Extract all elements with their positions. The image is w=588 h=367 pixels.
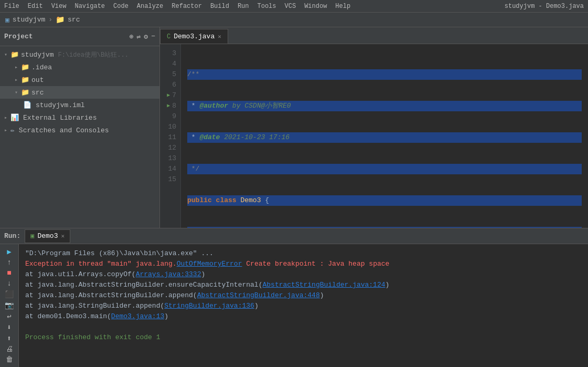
output-stacktrace-3-prefix: at java.lang.AbstractStringBuilder.appen… [25,291,197,299]
output-line-2: Exception in thread "main" java.lang.Out… [25,259,582,269]
menu-file[interactable]: File [4,3,19,10]
tree-label-idea: .idea [31,64,52,71]
tree-item-scratches[interactable]: ▸ ✏ Scratches and Consoles [0,124,159,137]
down-button[interactable]: ↓ [2,279,17,288]
tab-demo3-close[interactable]: ✕ [218,33,221,40]
print-button[interactable]: 🖨 [2,345,17,353]
code-line-4: * @author by CSDN@小智RE0 [187,101,582,111]
expand-arrow-extlibs: ▸ [4,114,7,121]
tree-item-iml[interactable]: 📄 studyjvm.iml [0,99,159,111]
tab-demo3-icon: C [167,33,170,40]
stop-button-red[interactable]: ■ [2,269,17,277]
menu-navigate[interactable]: Navigate [74,3,105,10]
run-tab-demo3[interactable]: ▣ Demo3 ✕ [25,229,70,243]
breadcrumb: ▣ studyjvm › 📁 src [0,13,588,27]
menu-tools[interactable]: Tools [258,3,276,10]
menu-analyze[interactable]: Analyze [137,3,163,10]
code-content[interactable]: /** * @author by CSDN@小智RE0 * @date 2021… [181,44,588,228]
output-stacktrace-3-suffix: ) [320,291,324,299]
output-stacktrace-5-prefix: at demo01.Demo3.main( [25,312,111,320]
settings-icon[interactable]: ⚙ [144,33,148,41]
tab-bar: C Demo3.java ✕ [160,27,588,44]
output-stacktrace-4-prefix: at java.lang.StringBuilder.append( [25,302,164,310]
tree-item-src[interactable]: ▾ 📁 src [0,86,159,99]
run-tab-icon: ▣ [30,232,34,240]
up-button[interactable]: ↑ [2,258,17,267]
output-stacktrace-1-prefix: at java.util.Arrays.copyOf( [25,270,136,278]
code-container[interactable]: 3 4 5 6 ▶7 ▶8 9 10 11 12 13 14 15 /** * … [160,44,588,228]
output-line-1: "D:\Program Files (x86)\Java\bin\java.ex… [25,248,582,259]
run-content: ▶ ↑ ■ ↓ ⬛ 📷 ↩ ⬇ ⬆ 🖨 🗑 "D:\Program Files … [0,244,588,367]
delete-button[interactable]: 🗑 [2,355,17,364]
tab-demo3[interactable]: C Demo3.java ✕ [160,29,228,44]
folder-icon-src: 📁 [21,88,29,97]
expand-arrow-src: ▾ [15,89,18,96]
play-button[interactable]: ▶ [2,247,17,256]
tree-label-studyjvm: studyjvm [21,51,54,59]
output-process-finished: Process finished with exit code 1 [25,333,160,341]
menu-help[interactable]: Help [335,3,350,10]
output-stacktrace-2-prefix: at java.lang.AbstractStringBuilder.ensur… [25,281,262,289]
line-num-14: 14 [164,164,176,174]
sidebar-tree: ▾ 📁 studyjvm F:\idea使用\B站狂... ▸ 📁 .idea … [0,46,159,228]
breadcrumb-project[interactable]: studyjvm [13,16,45,24]
menu-vcs[interactable]: VCS [285,3,296,10]
sidebar-header: Project ⊕ ⇌ ⚙ − [0,27,159,46]
breadcrumb-src[interactable]: src [68,16,80,24]
run-tab-close[interactable]: ✕ [61,233,65,239]
menu-refactor[interactable]: Refactor [172,3,202,10]
content-area: Project ⊕ ⇌ ⚙ − ▾ 📁 studyjvm F:\idea使用\B… [0,27,588,228]
add-icon[interactable]: ⊕ [130,33,134,41]
code-line-6: */ [187,164,582,174]
run-panel: Run: ▣ Demo3 ✕ ▶ ↑ ■ ↓ ⬛ 📷 ↩ ⬇ ⬆ 🖨 🗑 [0,228,588,367]
line-num-11: 11 [164,132,176,143]
output-line-4: at java.lang.AbstractStringBuilder.ensur… [25,280,582,290]
expand-arrow-idea: ▸ [15,64,18,70]
line-num-8: ▶8 [164,101,176,111]
folder-icon-studyjvm: 📁 [10,50,19,59]
output-stacktrace-2-suffix: ) [386,281,390,289]
line-num-15: 15 [164,174,176,185]
line-num-7: ▶7 [164,90,176,101]
camera-button[interactable]: 📷 [2,301,17,310]
tree-label-scratches: Scratches and Consoles [19,127,109,134]
output-path: "D:\Program Files (x86)\Java\bin\java.ex… [25,249,213,257]
minimize-icon[interactable]: − [151,33,155,41]
line-num-6: 6 [164,80,176,90]
project-icon: ▣ [5,16,9,24]
scratches-icon: ✏ [10,126,15,134]
output-asb2-link[interactable]: AbstractStringBuilder.java:448 [197,291,320,299]
menu-edit[interactable]: Edit [28,3,43,10]
output-asb1-link[interactable]: AbstractStringBuilder.java:124 [262,281,385,289]
tree-label-out: out [31,76,44,84]
output-demo3-link[interactable]: Demo3.java:13 [111,312,164,320]
output-arrays-link[interactable]: Arrays.java:3332 [136,270,201,278]
menu-code[interactable]: Code [113,3,129,10]
scroll-end-button[interactable]: ⬇ [2,323,17,332]
output-oom-link[interactable]: OutOfMemoryError [177,260,242,268]
tree-label-src: src [31,89,44,97]
tab-demo3-label: Demo3.java [174,33,215,40]
output-sb-link[interactable]: StringBuilder.java:136 [164,302,254,310]
menu-view[interactable]: View [51,3,67,10]
menu-window[interactable]: Window [304,3,327,10]
tree-item-out[interactable]: ▸ 📁 out [0,74,159,86]
menu-build[interactable]: Build [210,3,229,10]
wrap-button[interactable]: ↩ [2,312,17,321]
scroll-to-icon[interactable]: ⇌ [137,33,141,41]
import-button[interactable]: ⬆ [2,334,17,343]
tree-item-studyjvm[interactable]: ▾ 📁 studyjvm F:\idea使用\B站狂... [0,48,159,61]
line-num-4: 4 [164,59,176,69]
output-stacktrace-5-suffix: ) [164,312,168,320]
code-line-7: public class Demo3 { [187,195,582,206]
menu-bar: File Edit View Navigate Code Analyze Ref… [0,0,588,13]
tree-item-ext-libs[interactable]: ▸ 📊 External Libraries [0,111,159,124]
main-layout: Project ⊕ ⇌ ⚙ − ▾ 📁 studyjvm F:\idea使用\B… [0,27,588,367]
folder-icon-idea: 📁 [21,63,29,71]
file-icon-iml: 📄 [23,101,31,109]
output-exception-prefix: Exception in thread "main" java.lang. [25,260,177,268]
run-side-toolbar: ▶ ↑ ■ ↓ ⬛ 📷 ↩ ⬇ ⬆ 🖨 🗑 [0,244,19,367]
tree-item-idea[interactable]: ▸ 📁 .idea [0,61,159,74]
menu-run[interactable]: Run [238,3,249,10]
stop-button-gray[interactable]: ⬛ [2,290,17,299]
